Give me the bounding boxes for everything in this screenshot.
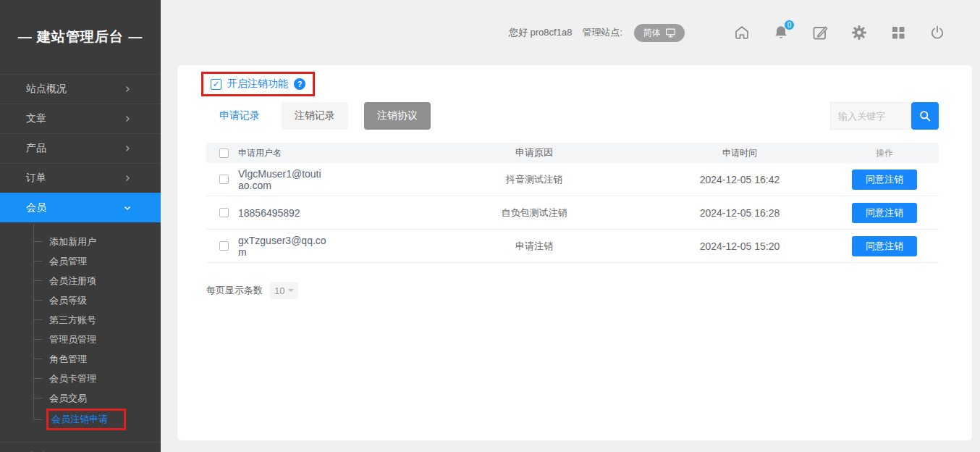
table-row: VlgcMuser1@toutiao.com 抖音测试注销 2024-12-05… [206,163,939,196]
home-icon [733,24,751,41]
tab-application-records[interactable]: 申请记录 [206,102,273,130]
submenu-item-member-cancellation[interactable]: 会员注销申请 [0,408,161,431]
sidebar-item-label: 站点概况 [26,83,67,96]
select-all-checkbox[interactable] [219,148,229,158]
chevron-right-icon [123,114,132,123]
submenu-item-member-card[interactable]: 会员卡管理 [0,369,161,388]
tabs-row: 申请记录 注销记录 注销协议 [206,102,939,130]
agree-cancellation-button[interactable]: 同意注销 [852,170,917,190]
chevron-right-icon [123,85,132,93]
submenu-item-role-manage[interactable]: 角色管理 [0,349,161,369]
row-checkbox[interactable] [219,208,229,217]
sidebar-item-members[interactable]: 会员 [0,193,161,222]
table-header-row: 申请用户名 申请原因 申请时间 操作 [206,143,939,163]
chevron-down-icon [288,289,294,292]
tab-cancellation-agreement[interactable]: 注销协议 [364,102,431,130]
page-size-label: 每页显示条数 [206,284,263,297]
submenu-item-admin-manage[interactable]: 管理员管理 [0,330,161,349]
logout-button[interactable] [928,23,947,42]
monitor-icon [665,28,676,38]
tabs: 申请记录 注销记录 注销协议 [206,102,431,130]
sidebar-item-orders[interactable]: 订单 [0,163,161,193]
edit-button[interactable] [811,23,829,42]
search-button[interactable] [911,102,939,130]
cell-username: gxTzguser3@qq.com [238,235,326,258]
page-size-value: 10 [274,285,284,296]
sidebar-item-articles[interactable]: 文章 [0,104,161,133]
cell-username: 18856495892 [238,207,326,219]
sidebar-item-products[interactable]: 产品 [0,133,161,163]
submenu-item-thirdparty-account[interactable]: 第三方账号 [0,310,161,330]
main-area: 您好 pro8cf1a8 管理站点: 简体 0 [161,0,980,452]
submenu-label: 会员卡管理 [49,372,96,385]
content-card: ✓ 开启注销功能 ? 申请记录 注销记录 注销协议 [177,65,972,440]
pagination: 每页显示条数 10 [206,282,939,299]
help-question-icon[interactable]: ? [294,78,305,90]
submenu-label: 会员管理 [49,255,87,268]
cell-reason: 自负包测试注销 [419,206,649,219]
row-checkbox[interactable] [219,241,229,251]
cell-time: 2024-12-05 15:20 [649,240,830,252]
chevron-right-icon [123,144,132,153]
apps-button[interactable] [889,23,908,42]
settings-button[interactable] [850,23,869,42]
power-icon [929,24,946,41]
submenu-item-member-trade[interactable]: 会员交易 [0,388,161,408]
home-button[interactable] [732,23,751,42]
sidebar-item-label: 订单 [26,172,46,185]
col-header-time: 申请时间 [649,147,830,159]
cell-reason: 抖音测试注销 [419,173,649,186]
submenu-label: 会员注册项 [49,275,96,288]
members-submenu: 添加新用户 会员管理 会员注册项 会员等级 第三方账号 管理员管理 角色管理 会… [0,222,161,438]
submenu-label: 角色管理 [49,353,87,366]
notifications-button[interactable]: 0 [772,23,790,42]
sidebar-item-label: 产品 [26,142,46,155]
edit-icon [811,24,829,41]
sidebar-item-site-overview[interactable]: 站点概况 [0,74,161,104]
submenu-label: 会员注销申请 [51,414,108,424]
chevron-right-icon [123,174,132,183]
agree-cancellation-button[interactable]: 同意注销 [852,203,917,223]
submenu-label: 第三方账号 [49,314,96,327]
submenu-label: 管理员管理 [49,333,96,346]
sidebar: — 建站管理后台 — 站点概况 文章 产品 订单 会员 添加新用户 会员管理 会… [0,0,161,452]
submenu-item-add-user[interactable]: 添加新用户 [0,232,161,251]
applications-table: 申请用户名 申请原因 申请时间 操作 VlgcMuser1@toutiao.co… [206,143,939,263]
cell-username: VlgcMuser1@toutiao.com [238,168,326,191]
col-header-username: 申请用户名 [238,147,419,159]
app-title: — 建站管理后台 — [0,0,161,74]
col-header-reason: 申请原因 [419,146,649,159]
search-input[interactable] [830,102,911,130]
managed-site-label: 管理站点: [582,26,622,39]
notification-badge: 0 [784,20,795,30]
sidebar-item-distribution[interactable]: 分销 [0,442,161,452]
submenu-label: 添加新用户 [49,235,96,248]
submenu-label: 会员等级 [49,294,87,307]
greeting-text: 您好 pro8cf1a8 [509,26,572,39]
table-row: gxTzguser3@qq.com 申请注销 2024-12-05 15:20 … [206,230,939,263]
page-size-select[interactable]: 10 [270,282,298,299]
submenu-item-member-manage[interactable]: 会员管理 [0,251,161,271]
site-badge-label: 简体 [643,27,661,39]
cancellation-toggle-label: 开启注销功能 [227,78,288,91]
submenu-label: 会员交易 [49,392,87,405]
submenu-item-register-fields[interactable]: 会员注册项 [0,271,161,290]
page: — 建站管理后台 — 站点概况 文章 产品 订单 会员 添加新用户 会员管理 会… [0,0,980,452]
cell-reason: 申请注销 [419,240,649,253]
apps-grid-icon [890,24,907,41]
cell-time: 2024-12-05 16:42 [649,174,830,185]
agree-cancellation-button[interactable]: 同意注销 [852,236,917,256]
search-icon [918,109,932,123]
sidebar-item-label: 会员 [26,201,46,214]
col-header-action: 操作 [830,147,939,159]
table-row: 18856495892 自负包测试注销 2024-12-05 16:28 同意注… [206,196,939,230]
gear-icon [850,24,868,41]
topbar: 您好 pro8cf1a8 管理站点: 简体 0 [161,0,980,65]
highlight-red-frame: 会员注销申请 [46,409,126,430]
submenu-item-member-level[interactable]: 会员等级 [0,290,161,310]
row-checkbox[interactable] [219,175,229,184]
cell-time: 2024-12-05 16:28 [649,207,830,219]
cancellation-enabled-checkbox[interactable]: ✓ [211,79,221,90]
tab-cancellation-records[interactable]: 注销记录 [282,102,348,130]
site-language-badge[interactable]: 简体 [634,24,685,42]
